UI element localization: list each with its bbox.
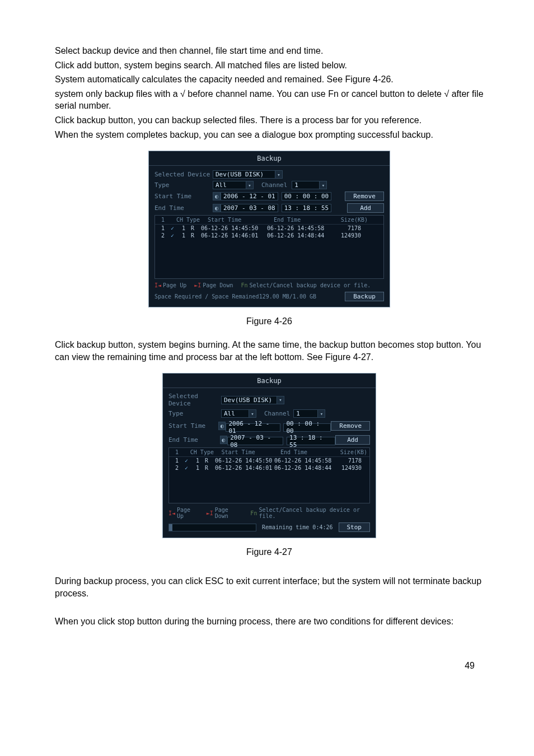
calendar-icon[interactable]: ◐ — [218, 422, 226, 430]
progress-fill — [169, 524, 172, 531]
progress-bar — [168, 524, 256, 531]
body-text: Select backup device and then channel, f… — [55, 45, 484, 57]
space-status: Space Required / Space Remained129.00 MB… — [154, 293, 345, 300]
remaining-time: Remaining time 0:4:26 — [262, 524, 332, 530]
end-date-field[interactable]: 2007 - 03 - 08 — [221, 204, 278, 212]
col-index: 1 — [157, 217, 168, 223]
list-item[interactable]: 2 ✓ 1 R 06-12-26 14:46:01 06-12-26 14:48… — [169, 464, 369, 472]
figure-caption: Figure 4-27 — [55, 547, 484, 557]
check-icon: ✓ — [168, 232, 176, 239]
fn-hint: Select/Cancel backup device or file. — [259, 507, 370, 519]
col-start: Start Time — [208, 217, 274, 223]
cell-ch: 1 — [190, 465, 205, 471]
cell-start: 06-12-26 14:46:01 — [201, 232, 267, 239]
cell-ch: 1 — [176, 232, 191, 239]
label-channel: Channel — [261, 181, 287, 189]
label-selected-device: Selected Device — [168, 393, 221, 407]
col-size: Size(KB) — [340, 217, 368, 223]
device-value: Dev(USB DISK) — [213, 170, 275, 179]
col-start: Start Time — [222, 449, 280, 455]
channel-select[interactable]: 1 ▾ — [293, 409, 325, 418]
fn-label: Fn — [250, 510, 257, 516]
cell-type: R — [191, 225, 201, 231]
chevron-down-icon: ▾ — [317, 409, 325, 418]
chevron-down-icon: ▾ — [277, 396, 284, 404]
list-item[interactable]: 1 ✓ 1 R 06-12-26 14:45:50 06-12-26 14:45… — [155, 225, 383, 232]
check-icon: ✓ — [168, 225, 176, 231]
page-up-label: Page Up — [163, 282, 186, 288]
chevron-down-icon: ▾ — [275, 170, 283, 179]
chevron-down-icon: ▾ — [246, 181, 254, 189]
cell-end: 06-12-26 14:45:58 — [267, 225, 333, 231]
list-header: 1 CH Type Start Time End Time Size(KB) — [169, 448, 369, 457]
cell-type: R — [205, 458, 215, 464]
cell-idx: 1 — [157, 225, 168, 231]
label-type: Type — [154, 181, 213, 189]
remove-button[interactable]: Remove — [331, 421, 370, 431]
label-start-time: Start Time — [154, 193, 213, 200]
start-date-field[interactable]: 2006 - 12 - 01 — [226, 423, 280, 432]
cell-start: 06-12-26 14:46:01 — [215, 465, 274, 471]
body-text: When the system completes backup, you ca… — [55, 129, 484, 141]
body-text: Click add button, system begins search. … — [55, 59, 484, 72]
body-text: When you click stop button during the bu… — [55, 615, 484, 628]
figure-caption: Figure 4-26 — [55, 316, 484, 326]
file-list: 1 CH Type Start Time End Time Size(KB) 1… — [168, 447, 370, 503]
end-time-field[interactable]: 13 : 18 : 55 — [282, 204, 331, 212]
add-button[interactable]: Add — [347, 203, 384, 213]
cell-size: 7178 — [333, 225, 361, 231]
col-index: 1 — [171, 449, 182, 455]
stop-button[interactable]: Stop — [339, 522, 371, 532]
channel-value: 1 — [292, 181, 320, 189]
end-date-field[interactable]: 2007 - 03 - 08 — [227, 437, 283, 445]
type-select[interactable]: All ▾ — [221, 409, 256, 418]
page-up-icon: І◄ — [154, 282, 161, 288]
list-header: 1 CH Type Start Time End Time Size(KB) — [155, 216, 383, 225]
body-text: System automatically calculates the capa… — [55, 73, 484, 86]
cell-end: 06-12-26 14:48:44 — [267, 232, 333, 239]
remove-button[interactable]: Remove — [345, 192, 384, 201]
chevron-down-icon: ▾ — [249, 409, 256, 418]
page-number: 49 — [55, 661, 484, 671]
cell-size: 7178 — [334, 458, 362, 464]
label-start-time: Start Time — [168, 422, 218, 430]
cell-ch: 1 — [190, 458, 205, 464]
backup-dialog-progress: Backup Selected Device Dev(USB DISK) ▾ T… — [162, 373, 376, 538]
col-chtype: CH Type — [190, 449, 222, 455]
dialog-title: Backup — [149, 151, 390, 166]
cell-ch: 1 — [176, 225, 191, 231]
type-select[interactable]: All ▾ — [213, 181, 254, 189]
cell-size: 124930 — [334, 465, 362, 471]
list-item[interactable]: 1 ✓ 1 R 06-12-26 14:45:50 06-12-26 14:45… — [169, 457, 369, 464]
page-up-icon: І◄ — [168, 510, 175, 516]
list-item[interactable]: 2 ✓ 1 R 06-12-26 14:46:01 06-12-26 14:48… — [155, 232, 383, 239]
cell-start: 06-12-26 14:45:50 — [215, 458, 274, 464]
calendar-icon[interactable]: ◐ — [220, 436, 228, 444]
body-text: Click backup button, you can backup sele… — [55, 114, 484, 127]
start-time-field[interactable]: 00 : 00 : 00 — [283, 423, 331, 432]
start-time-field[interactable]: 00 : 00 : 00 — [282, 192, 331, 200]
device-value: Dev(USB DISK) — [221, 396, 277, 404]
col-chtype: CH Type — [176, 217, 208, 223]
add-button[interactable]: Add — [335, 435, 370, 445]
calendar-icon[interactable]: ◐ — [213, 204, 221, 212]
backup-button[interactable]: Backup — [345, 292, 384, 301]
label-end-time: End Time — [154, 204, 213, 212]
cell-type: R — [191, 232, 201, 239]
cell-idx: 2 — [157, 232, 168, 239]
col-end: End Time — [274, 217, 340, 223]
calendar-icon[interactable]: ◐ — [213, 192, 221, 200]
cell-idx: 1 — [171, 458, 182, 464]
col-size: Size(KB) — [339, 449, 367, 455]
device-select[interactable]: Dev(USB DISK) ▾ — [221, 396, 284, 404]
end-time-field[interactable]: 13 : 18 : 55 — [287, 437, 335, 445]
type-value: All — [221, 409, 249, 418]
page-up-label: Page Up — [177, 507, 199, 519]
body-text: Click backup button, system begins burni… — [55, 339, 484, 363]
body-text: During backup process, you can click ESC… — [55, 575, 484, 599]
label-type: Type — [168, 410, 221, 417]
channel-select[interactable]: 1 ▾ — [292, 181, 327, 189]
start-date-field[interactable]: 2006 - 12 - 01 — [221, 192, 278, 200]
cell-idx: 2 — [171, 465, 182, 471]
device-select[interactable]: Dev(USB DISK) ▾ — [213, 170, 283, 179]
